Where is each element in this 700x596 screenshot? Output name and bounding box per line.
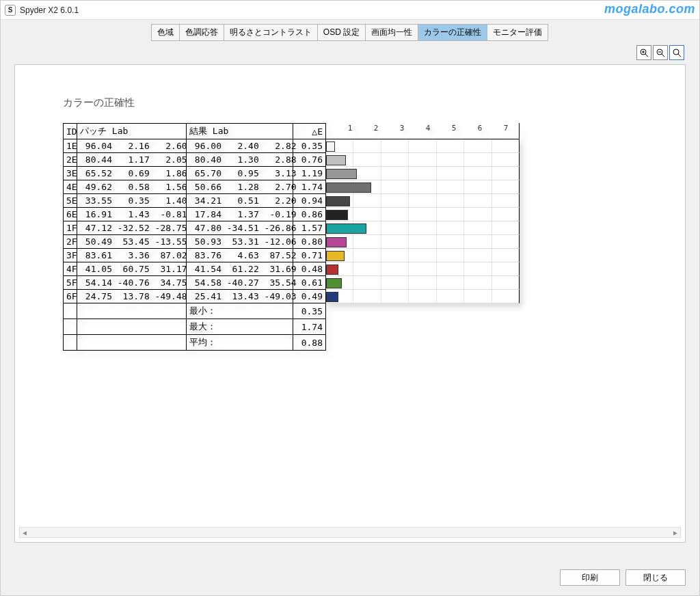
cell-patch: 54.14 -40.76 34.75 — [77, 276, 187, 290]
cell-id: 6F — [64, 290, 77, 303]
cell-delta-e: 0.80 — [293, 235, 326, 249]
zoom-fit-button[interactable] — [669, 45, 684, 60]
cell-id: 6E — [64, 208, 77, 221]
table-row: 2E 80.44 1.17 2.05 80.40 1.30 2.880.76 — [63, 153, 685, 167]
horizontal-scrollbar[interactable]: ◄ ► — [19, 527, 681, 538]
axis-tick: 7 — [493, 124, 519, 133]
delta-e-bar — [326, 210, 348, 220]
delta-e-bar — [326, 182, 371, 193]
axis-tick: 1 — [337, 124, 363, 133]
cell-result: 80.40 1.30 2.88 — [187, 153, 293, 167]
bar-cell — [326, 180, 520, 194]
bar-cell — [326, 290, 520, 303]
summary-row-avg: 平均：0.88 — [63, 335, 685, 351]
tab-1[interactable]: 色調応答 — [179, 24, 224, 41]
tab-6[interactable]: モニター評価 — [487, 24, 548, 41]
cell-empty — [77, 303, 187, 319]
table-row: 4F 41.05 60.75 31.17 41.54 61.22 31.690.… — [63, 262, 685, 276]
cell-empty — [77, 335, 187, 351]
summary-value: 0.35 — [293, 303, 326, 319]
cell-id: 1E — [64, 139, 77, 153]
scroll-right-icon[interactable]: ► — [672, 529, 679, 537]
axis-tick: 5 — [441, 124, 467, 133]
header-patch: パッチ Lab — [77, 123, 187, 139]
cell-delta-e: 0.49 — [293, 290, 326, 303]
table-header: ID パッチ Lab 結果 Lab △E 1234567 — [63, 123, 685, 139]
table-row: 6F 24.75 13.78 -49.48 25.41 13.43 -49.03… — [63, 290, 685, 303]
tab-5[interactable]: カラーの正確性 — [418, 24, 487, 41]
axis-tick: 4 — [415, 124, 441, 133]
bar-cell — [326, 208, 520, 221]
cell-result: 65.70 0.95 3.13 — [187, 167, 293, 180]
header-result: 結果 Lab — [187, 123, 293, 139]
bar-cell — [326, 276, 520, 290]
delta-e-table: ID パッチ Lab 結果 Lab △E 1234567 1E 96.04 2.… — [63, 123, 685, 351]
cell-patch: 96.04 2.16 2.60 — [77, 139, 187, 153]
cell-id: 5E — [64, 194, 77, 208]
cell-id: 4F — [64, 262, 77, 276]
cell-patch: 80.44 1.17 2.05 — [77, 153, 187, 167]
summary-row-min: 最小：0.35 — [63, 303, 685, 319]
watermark: mogalabo.com — [604, 2, 695, 16]
cell-delta-e: 1.57 — [293, 221, 326, 235]
table-row: 1F 47.12 -32.52 -28.75 47.80 -34.51 -26.… — [63, 221, 685, 235]
cell-delta-e: 0.48 — [293, 262, 326, 276]
cell-patch: 83.61 3.36 87.02 — [77, 249, 187, 262]
summary-row-max: 最大：1.74 — [63, 319, 685, 335]
bar-cell — [326, 139, 520, 153]
table-row: 2F 50.49 53.45 -13.55 50.93 53.31 -12.06… — [63, 235, 685, 249]
chart-axis: 1234567 — [326, 123, 520, 139]
bar-cell — [326, 235, 520, 249]
svg-line-1 — [645, 54, 648, 57]
summary-label: 最小： — [187, 303, 293, 319]
cell-result: 41.54 61.22 31.69 — [187, 262, 293, 276]
axis-tick: 6 — [467, 124, 493, 133]
cell-id: 2F — [64, 235, 77, 249]
delta-e-bar — [326, 251, 345, 261]
titlebar: S Spyder X2 6.0.1 — [1, 1, 699, 20]
tab-4[interactable]: 画面均一性 — [365, 24, 418, 41]
svg-point-7 — [673, 49, 679, 55]
cell-patch: 50.49 53.45 -13.55 — [77, 235, 187, 249]
cell-delta-e: 0.86 — [293, 208, 326, 221]
cell-patch: 33.55 0.35 1.40 — [77, 194, 187, 208]
table-row: 3E 65.52 0.69 1.86 65.70 0.95 3.131.19 — [63, 167, 685, 180]
svg-line-5 — [662, 54, 664, 57]
cell-id: 3E — [64, 167, 77, 180]
cell-result: 50.93 53.31 -12.06 — [187, 235, 293, 249]
table-row: 5E 33.55 0.35 1.40 34.21 0.51 2.200.94 — [63, 194, 685, 208]
cell-patch: 65.52 0.69 1.86 — [77, 167, 187, 180]
summary-value: 1.74 — [293, 319, 326, 335]
zoom-out-button[interactable] — [653, 45, 668, 60]
cell-result: 17.84 1.37 -0.19 — [187, 208, 293, 221]
cell-empty — [64, 303, 77, 319]
cell-patch: 47.12 -32.52 -28.75 — [77, 221, 187, 235]
print-button[interactable]: 印刷 — [560, 569, 620, 586]
cell-empty — [64, 319, 77, 335]
cell-delta-e: 1.19 — [293, 167, 326, 180]
axis-tick: 2 — [363, 124, 389, 133]
delta-e-bar — [326, 169, 357, 179]
cell-result: 50.66 1.28 2.70 — [187, 180, 293, 194]
cell-patch: 49.62 0.58 1.56 — [77, 180, 187, 194]
zoom-in-button[interactable] — [636, 45, 651, 60]
table-row: 6E 16.91 1.43 -0.81 17.84 1.37 -0.190.86 — [63, 208, 685, 221]
summary-value: 0.88 — [293, 335, 326, 351]
cell-id: 1F — [64, 221, 77, 235]
tab-3[interactable]: OSD 設定 — [317, 24, 366, 41]
tab-0[interactable]: 色域 — [151, 24, 180, 41]
cell-id: 2E — [64, 153, 77, 167]
axis-tick: 3 — [389, 124, 415, 133]
cell-result: 25.41 13.43 -49.03 — [187, 290, 293, 303]
bar-cell — [326, 249, 520, 262]
delta-e-bar — [326, 292, 338, 302]
cell-delta-e: 0.94 — [293, 194, 326, 208]
bar-cell — [326, 221, 520, 235]
cell-delta-e: 0.76 — [293, 153, 326, 167]
tab-2[interactable]: 明るさとコントラスト — [224, 24, 318, 41]
cell-delta-e: 1.74 — [293, 180, 326, 194]
close-button[interactable]: 閉じる — [625, 569, 686, 586]
scroll-left-icon[interactable]: ◄ — [21, 529, 28, 537]
cell-id: 3F — [64, 249, 77, 262]
svg-line-8 — [678, 54, 681, 57]
